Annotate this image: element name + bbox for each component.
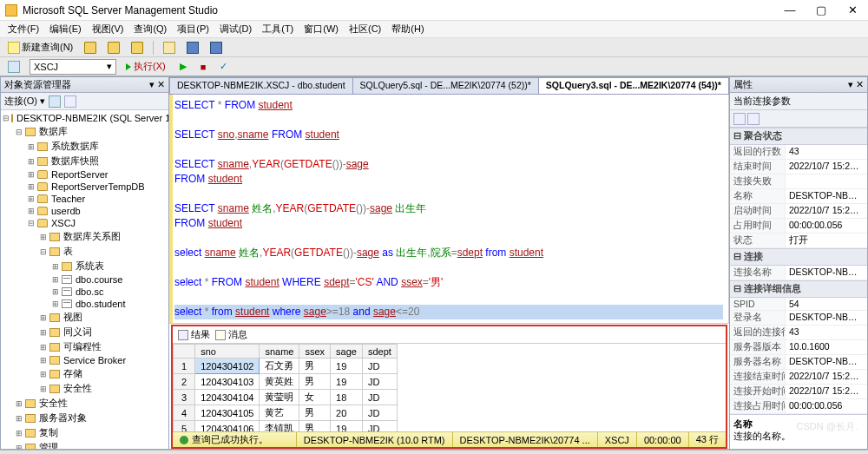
tree-serverobjects[interactable]: ⊞服务器对象 [13,411,168,425]
open-button[interactable] [159,40,180,56]
tree-replication[interactable]: ⊞复制 [13,425,168,440]
table-row[interactable]: 21204304103黄英姓男19JD [174,374,398,390]
status-elapsed: 00:00:00 [636,432,688,447]
toolbar-sql: XSCJ▾ 执行(X) ▶ ■ ✓ [0,57,868,76]
results-tab[interactable]: 结果 [178,328,210,341]
tree-tables[interactable]: ⊟表 [37,244,168,259]
status-login: DESKTOP-NBME2IK\20774 ... [452,432,597,447]
menu-debug[interactable]: 调试(D) [215,22,256,36]
properties-panel: 属性▾ ✕ 当前连接参数 ⊟ 聚合状态返回的行数43结束时间2022/10/7 … [729,76,868,450]
editor-panel: DESKTOP-NBME2IK.XSCJ - dbo.student SQLQu… [169,76,729,450]
tree-db-xscj[interactable]: ⊟XSCJ [25,217,168,229]
tree-system-databases[interactable]: ⊞系统数据库 [25,139,168,154]
object-tree[interactable]: ⊟DESKTOP-NBME2IK (SQL Server 10.0.1600 ⊟… [1,110,168,449]
parse-button[interactable]: ✓ [215,59,232,75]
refresh-icon[interactable] [49,95,61,108]
minimize-button[interactable]: — [779,3,800,16]
tab-sqlquery5[interactable]: SQLQuery5.sql - DE...ME2IK\20774 (52))* [352,77,539,94]
connect-dropdown[interactable]: 连接(O) ▾ [4,95,45,108]
menu-help[interactable]: 帮助(H) [387,22,428,36]
connect-icon [8,61,20,73]
alphabetical-icon[interactable] [747,113,760,125]
object-explorer-title: 对象资源管理器 [4,78,71,91]
tree-views[interactable]: ⊞视图 [37,310,168,325]
tree-systables[interactable]: ⊞系统表 [49,259,168,273]
tree-servicebroker[interactable]: ⊞Service Broker [37,354,168,366]
panel-close-icon[interactable]: ▾ ✕ [848,79,864,90]
save-all-icon [210,42,222,54]
table-row[interactable]: 41204304105黄艺男20JD [174,405,398,421]
tab-sqlquery3[interactable]: SQLQuery3.sql - DE...ME2IK\20774 (54))* [538,77,729,94]
tree-table-course[interactable]: ⊞dbo.course [49,273,168,286]
toolbar-main: 新建查询(N) [0,38,868,57]
menu-file[interactable]: 文件(F) [3,22,43,36]
tree-storage[interactable]: ⊞存储 [37,366,168,381]
messages-tab[interactable]: 消息 [215,328,247,341]
results-grid[interactable]: snosnamessexsagesdept11204304102石文勇男19JD… [173,344,726,431]
database-combo[interactable]: XSCJ▾ [30,59,116,75]
status-rows: 43 行 [688,432,726,447]
panel-pin-icon[interactable]: ▾ ✕ [149,79,165,90]
toolbar-icon[interactable] [3,59,24,75]
tree-snapshots[interactable]: ⊞数据库快照 [25,154,168,168]
tree-databases[interactable]: ⊟数据库 [13,124,168,139]
tree-diagrams[interactable]: ⊞数据库关系图 [37,229,168,244]
close-button[interactable]: ✕ [842,3,863,16]
tab-dbo-student[interactable]: DESKTOP-NBME2IK.XSCJ - dbo.student [169,77,353,94]
filter-icon[interactable] [64,95,76,108]
execute-button[interactable]: 执行(X) [122,59,170,75]
app-icon [5,4,17,16]
menu-project[interactable]: 项目(P) [173,22,214,36]
tree-db-userdb[interactable]: ⊞userdb [25,205,168,217]
table-row[interactable]: 11204304102石文勇男19JD [174,359,398,374]
new-query-button[interactable]: 新建查询(N) [3,40,77,56]
menu-community[interactable]: 社区(C) [345,22,385,36]
save-all-button[interactable] [206,40,227,56]
table-row[interactable]: 51204304106李镇凯男19JD [174,421,398,432]
tree-table-student[interactable]: ⊞dbo.student [49,298,168,310]
properties-subtitle: 当前连接参数 [733,95,791,108]
menu-view[interactable]: 视图(V) [88,22,128,36]
maximize-button[interactable]: ▢ [811,3,832,16]
stop-button[interactable]: ■ [196,59,211,75]
tree-security-inner[interactable]: ⊞安全性 [37,381,168,396]
grid-icon [178,330,188,340]
database-icon [108,42,120,54]
menu-query[interactable]: 查询(Q) [129,22,171,36]
results-pane: 结果 消息 snosnamessexsagesdept11204304102石文… [171,325,727,449]
watermark: CSDN @长月. [797,420,858,433]
database-icon [131,42,143,54]
categorize-icon[interactable] [733,113,746,125]
tree-management[interactable]: ⊞管理 [13,440,168,449]
tree-synonyms[interactable]: ⊞同义词 [37,325,168,339]
status-db: XSCJ [597,432,636,447]
tree-db-reportserver[interactable]: ⊞ReportServer [25,168,168,181]
menu-edit[interactable]: 编辑(E) [45,22,86,36]
tree-db-reportservertempdb[interactable]: ⊞ReportServerTempDB [25,181,168,193]
chevron-down-icon: ▾ [107,61,112,72]
tree-programmability[interactable]: ⊞可编程性 [37,339,168,354]
table-row[interactable]: 31204304104黄莹明女18JD [174,390,398,405]
document-tabs: DESKTOP-NBME2IK.XSCJ - dbo.student SQLQu… [169,77,729,95]
toolbar-db-icon-2[interactable] [103,40,124,56]
tree-security[interactable]: ⊞安全性 [13,396,168,411]
menu-tools[interactable]: 工具(T) [258,22,298,36]
toolbar-db-icon[interactable] [80,40,101,56]
properties-title: 属性 [733,78,753,91]
debug-button[interactable]: ▶ [175,59,191,75]
menu-window[interactable]: 窗口(W) [299,22,343,36]
tree-server-root[interactable]: ⊟DESKTOP-NBME2IK (SQL Server 10.0.1600 [1,112,168,124]
toolbar-db-icon-3[interactable] [127,40,148,56]
property-grid[interactable]: ⊟ 聚合状态返回的行数43结束时间2022/10/7 15:20:54连接失败名… [730,128,867,414]
save-button[interactable] [182,40,203,56]
menubar: 文件(F) 编辑(E) 视图(V) 查询(Q) 项目(P) 调试(D) 工具(T… [0,21,868,38]
database-icon [84,42,96,54]
sql-editor[interactable]: SELECT * FROM student SELECT sno,sname F… [169,95,729,324]
window-title: Microsoft SQL Server Management Studio [23,4,779,16]
status-message: 查询已成功执行。 [173,432,296,447]
tree-db-teacher[interactable]: ⊞Teacher [25,193,168,205]
query-statusbar: 查询已成功执行。 DESKTOP-NBME2IK (10.0 RTM) DESK… [173,431,726,447]
tree-table-sc[interactable]: ⊞dbo.sc [49,286,168,298]
messages-icon [215,330,226,340]
window-statusbar: 就绪 行 15 列 50 Ch 50 [0,450,868,454]
